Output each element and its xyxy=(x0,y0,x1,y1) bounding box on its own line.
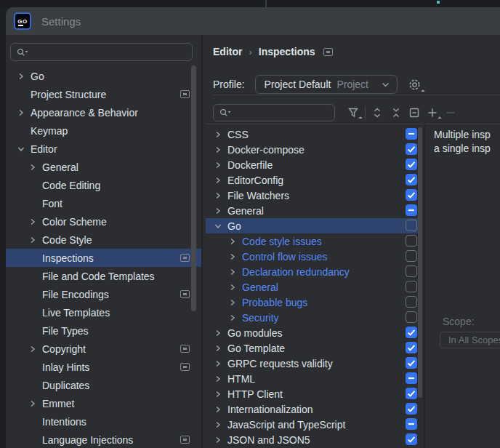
chevron-right-icon[interactable] xyxy=(26,234,39,246)
inspections-search-field[interactable] xyxy=(213,104,335,121)
inspection-item-file-watchers[interactable]: File Watchers xyxy=(206,188,418,203)
chevron-right-icon[interactable] xyxy=(211,343,225,354)
sidebar-item-file-encodings[interactable]: File Encodings xyxy=(6,285,201,303)
add-icon[interactable] xyxy=(427,107,438,119)
sidebar-item-intentions[interactable]: Intentions xyxy=(6,412,201,431)
sidebar-item-live-templates[interactable]: Live Templates xyxy=(6,303,201,321)
inspection-item-code-style-issues[interactable]: Code style issues xyxy=(206,233,418,249)
gear-icon[interactable] xyxy=(408,78,422,92)
chevron-right-icon[interactable] xyxy=(226,281,239,293)
chevron-right-icon[interactable] xyxy=(226,266,239,278)
chevron-right-icon[interactable] xyxy=(26,216,39,228)
settings-search-field[interactable] xyxy=(10,43,193,61)
inspection-item-dockerfile[interactable]: Dockerfile xyxy=(206,157,418,172)
sidebar-item-appearance-behavior[interactable]: Appearance & Behavior xyxy=(6,103,201,121)
chevron-right-icon[interactable] xyxy=(226,251,239,263)
inspection-checkbox-unchecked[interactable] xyxy=(406,311,417,323)
inspection-checkbox-unchecked[interactable] xyxy=(406,235,417,247)
inspection-checkbox-checked[interactable] xyxy=(406,357,417,369)
inspection-checkbox-unchecked[interactable] xyxy=(406,250,417,262)
inspection-item-probable-bugs[interactable]: Probable bugs xyxy=(206,295,418,310)
chevron-right-icon[interactable] xyxy=(211,419,225,431)
profile-dropdown[interactable]: Project Default Project xyxy=(255,75,398,94)
inspection-checkbox-unchecked[interactable] xyxy=(406,220,417,231)
sidebar-scrollbar[interactable] xyxy=(191,65,196,311)
sidebar-item-code-editing[interactable]: Code Editing xyxy=(6,176,201,194)
sidebar-item-code-style[interactable]: Code Style xyxy=(6,231,201,249)
inspection-item-http-client[interactable]: HTTP Client xyxy=(206,386,418,401)
inspection-checkbox-checked[interactable] xyxy=(406,342,417,353)
breadcrumb-editor[interactable]: Editor xyxy=(213,46,242,57)
breadcrumb-inspections[interactable]: Inspections xyxy=(259,46,315,57)
chevron-right-icon[interactable] xyxy=(211,144,225,156)
sidebar-item-project-structure[interactable]: Project Structure xyxy=(6,85,201,103)
sidebar-item-duplicates[interactable]: Duplicates xyxy=(6,376,201,394)
inspection-checkbox-unchecked[interactable] xyxy=(406,281,417,292)
sidebar-item-editor[interactable]: Editor xyxy=(6,140,201,158)
inspection-checkbox-checked[interactable] xyxy=(406,327,417,338)
sidebar-item-language-injections[interactable]: Language Injections xyxy=(6,431,201,448)
inspection-item-declaration-redundancy[interactable]: Declaration redundancy xyxy=(206,264,418,279)
inspection-item-security[interactable]: Security xyxy=(206,310,418,325)
inspection-checkbox-partial[interactable] xyxy=(406,372,417,384)
chevron-right-icon[interactable] xyxy=(211,404,225,415)
inspection-checkbox-unchecked[interactable] xyxy=(406,265,417,277)
sidebar-item-inlay-hints[interactable]: Inlay Hints xyxy=(6,358,201,376)
expand-all-icon[interactable] xyxy=(371,107,383,119)
inspection-checkbox-checked[interactable] xyxy=(406,403,417,415)
inspections-scrollbar[interactable] xyxy=(418,127,422,398)
chevron-down-icon[interactable] xyxy=(15,143,28,155)
inspection-item-go[interactable]: Go xyxy=(206,218,418,233)
sidebar-item-emmet[interactable]: Emmet xyxy=(6,394,201,412)
inspection-item-editorconfig[interactable]: EditorConfig xyxy=(206,172,418,188)
inspection-checkbox-checked[interactable] xyxy=(406,388,417,399)
chevron-right-icon[interactable] xyxy=(211,175,225,186)
inspection-checkbox-checked[interactable] xyxy=(406,174,417,185)
chevron-right-icon[interactable] xyxy=(26,398,39,409)
inspection-item-go-template[interactable]: Go Template xyxy=(206,340,418,356)
sidebar-item-keymap[interactable]: Keymap xyxy=(6,121,201,140)
dialog-titlebar[interactable]: GO Settings xyxy=(6,7,500,35)
chevron-right-icon[interactable] xyxy=(211,434,225,446)
inspection-checkbox-checked[interactable] xyxy=(406,143,417,155)
inspection-checkbox-checked[interactable] xyxy=(406,433,417,445)
sidebar-item-go[interactable]: Go xyxy=(6,67,201,85)
chevron-right-icon[interactable] xyxy=(211,205,225,217)
inspection-item-grpc-requests-validity[interactable]: GRPC requests validity xyxy=(206,356,418,371)
chevron-right-icon[interactable] xyxy=(15,107,28,119)
inspection-item-javascript-and-typescript[interactable]: JavaScript and TypeScript xyxy=(206,417,418,432)
inspection-item-general[interactable]: General xyxy=(206,279,418,295)
inspection-checkbox-checked[interactable] xyxy=(406,189,417,201)
inspection-checkbox-partial[interactable] xyxy=(406,204,417,216)
sidebar-item-color-scheme[interactable]: Color Scheme xyxy=(6,212,201,231)
chevron-right-icon[interactable] xyxy=(211,373,225,385)
inspection-item-control-flow-issues[interactable]: Control flow issues xyxy=(206,249,418,264)
chevron-right-icon[interactable] xyxy=(226,236,239,247)
inspection-item-json-and-json5[interactable]: JSON and JSON5 xyxy=(206,432,418,447)
inspection-item-html[interactable]: HTML xyxy=(206,371,418,386)
chevron-right-icon[interactable] xyxy=(226,297,239,308)
inspection-item-docker-compose[interactable]: Docker-compose xyxy=(206,142,418,157)
sidebar-item-copyright[interactable]: Copyright xyxy=(6,340,201,358)
sidebar-item-inspections[interactable]: Inspections xyxy=(6,249,201,267)
chevron-right-icon[interactable] xyxy=(26,161,39,173)
inspection-item-internationalization[interactable]: Internationalization xyxy=(206,401,418,417)
chevron-right-icon[interactable] xyxy=(211,358,225,369)
sidebar-item-font[interactable]: Font xyxy=(6,194,201,212)
sidebar-item-general[interactable]: General xyxy=(6,158,201,176)
chevron-right-icon[interactable] xyxy=(211,388,225,400)
chevron-right-icon[interactable] xyxy=(211,129,225,140)
chevron-right-icon[interactable] xyxy=(226,312,239,324)
disable-inspection-icon[interactable] xyxy=(408,107,420,119)
chevron-right-icon[interactable] xyxy=(211,159,225,171)
sidebar-item-file-and-code-templates[interactable]: File and Code Templates xyxy=(6,267,201,285)
chevron-right-icon[interactable] xyxy=(211,327,225,339)
inspection-item-go-modules[interactable]: Go modules xyxy=(206,325,418,340)
chevron-right-icon[interactable] xyxy=(15,71,28,82)
inspection-checkbox-partial[interactable] xyxy=(406,128,417,140)
inspection-checkbox-partial[interactable] xyxy=(406,418,417,430)
chevron-down-icon[interactable] xyxy=(211,220,225,232)
collapse-all-icon[interactable] xyxy=(390,107,402,119)
inspection-item-general[interactable]: General xyxy=(206,203,418,218)
chevron-right-icon[interactable] xyxy=(26,343,39,355)
